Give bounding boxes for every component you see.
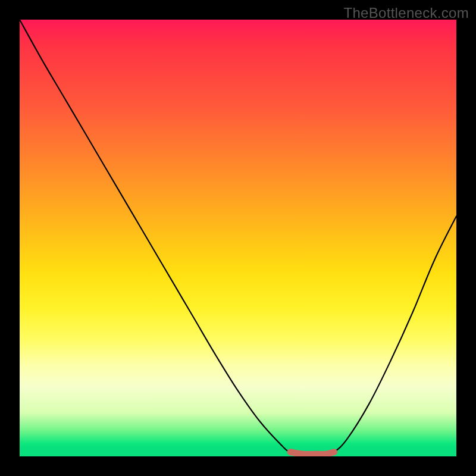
optimal-zone-path [290, 452, 334, 455]
plot-area [20, 20, 456, 456]
curve-svg [20, 20, 456, 456]
chart-container: TheBottleneck.com [0, 0, 476, 476]
watermark-text: TheBottleneck.com [343, 5, 469, 21]
bottleneck-curve-path [20, 20, 456, 455]
